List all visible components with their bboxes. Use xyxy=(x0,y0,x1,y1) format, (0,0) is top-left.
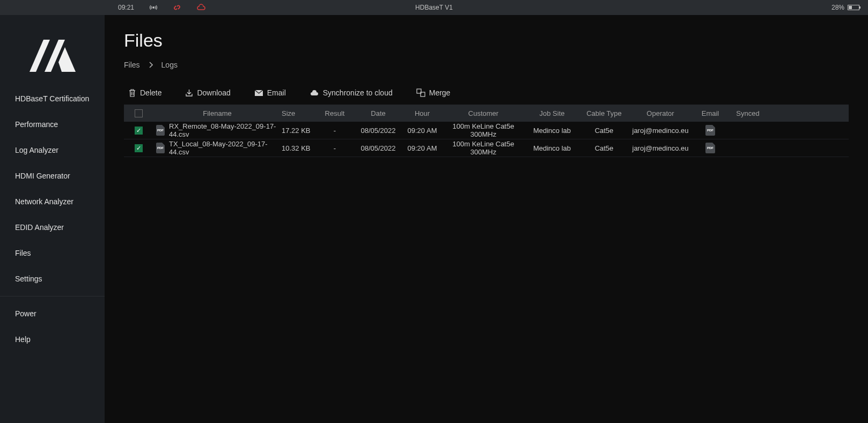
cell-result: - xyxy=(316,144,354,152)
row-checkbox[interactable] xyxy=(135,127,143,135)
svg-point-0 xyxy=(153,7,155,9)
sidebar-item-edid-analyzer[interactable]: EDID Analyzer xyxy=(0,214,105,240)
page-title: Files xyxy=(124,30,849,51)
delete-button[interactable]: Delete xyxy=(128,88,161,97)
cell-hour: 09:20 AM xyxy=(403,127,442,135)
cloud-sync-icon xyxy=(310,90,319,97)
signal-icon xyxy=(149,4,158,11)
sidebar-item-files[interactable]: Files xyxy=(0,240,105,266)
cell-filename: RX_Remote_08-May-2022_09-17-44.csv xyxy=(169,122,282,138)
chevron-right-icon xyxy=(149,62,153,68)
cell-size: 17.22 KB xyxy=(282,127,316,135)
th-synced[interactable]: Synced xyxy=(729,109,767,117)
th-jobsite[interactable]: Job Site xyxy=(525,109,579,117)
pdf-email-icon[interactable]: PDF xyxy=(705,143,715,153)
battery-icon xyxy=(848,5,859,10)
table-header: Filename Size Result Date Hour Customer … xyxy=(124,105,849,122)
breadcrumb-logs[interactable]: Logs xyxy=(161,61,178,69)
toolbar: Delete Download Email Synchronize to clo… xyxy=(124,88,849,97)
main-content: Files Files Logs Delete Download xyxy=(105,15,868,423)
sidebar-item-help[interactable]: Help xyxy=(0,326,105,352)
th-cabletype[interactable]: Cable Type xyxy=(579,109,629,117)
sidebar-item-performance[interactable]: Performance xyxy=(0,112,105,137)
th-result[interactable]: Result xyxy=(316,109,354,117)
sidebar: HDBaseT Certification Performance Log An… xyxy=(0,15,105,423)
cell-cabletype: Cat5e xyxy=(579,144,629,152)
th-operator[interactable]: Operator xyxy=(629,109,692,117)
cell-cabletype: Cat5e xyxy=(579,127,629,135)
th-customer[interactable]: Customer xyxy=(442,109,525,117)
cell-operator: jaroj@medinco.eu xyxy=(629,127,692,135)
cell-date: 08/05/2022 xyxy=(354,127,403,135)
download-icon xyxy=(185,88,193,97)
file-pdf-icon: PDF xyxy=(156,125,165,135)
cell-filename: TX_Local_08-May-2022_09-17-44.csv xyxy=(169,140,282,156)
cloud-icon xyxy=(196,4,206,11)
breadcrumb: Files Logs xyxy=(124,61,849,69)
cell-result: - xyxy=(316,127,354,135)
th-filename[interactable]: Filename xyxy=(153,109,282,117)
files-table: Filename Size Result Date Hour Customer … xyxy=(124,105,849,157)
email-label: Email xyxy=(267,88,286,97)
logo xyxy=(0,15,105,86)
th-email[interactable]: Email xyxy=(692,109,729,117)
table-row[interactable]: PDF TX_Local_08-May-2022_09-17-44.csv 10… xyxy=(124,139,849,157)
file-pdf-icon: PDF xyxy=(156,143,165,153)
statusbar: 09:21 HDBaseT V1 28% xyxy=(0,0,868,15)
th-hour[interactable]: Hour xyxy=(403,109,442,117)
merge-label: Merge xyxy=(429,88,451,97)
cell-customer: 100m KeLine Cat5e 300MHz xyxy=(442,140,525,156)
email-button[interactable]: Email xyxy=(254,88,286,97)
sidebar-item-log-analyzer[interactable]: Log Analyzer xyxy=(0,137,105,163)
table-row[interactable]: PDF RX_Remote_08-May-2022_09-17-44.csv 1… xyxy=(124,122,849,139)
statusbar-time: 09:21 xyxy=(118,4,134,11)
pdf-email-icon[interactable]: PDF xyxy=(705,125,715,136)
cell-jobsite: Medinco lab xyxy=(525,144,579,152)
cell-operator: jaroj@medinco.eu xyxy=(629,144,692,152)
sync-button[interactable]: Synchronize to cloud xyxy=(310,88,393,97)
sidebar-item-power[interactable]: Power xyxy=(0,301,105,326)
battery-percent: 28% xyxy=(832,4,844,11)
th-date[interactable]: Date xyxy=(354,109,403,117)
link-icon xyxy=(173,4,181,11)
sidebar-item-hdmi-generator[interactable]: HDMI Generator xyxy=(0,163,105,189)
cell-customer: 100m KeLine Cat5e 300MHz xyxy=(442,122,525,138)
row-checkbox[interactable] xyxy=(135,144,143,152)
merge-icon xyxy=(416,88,425,97)
breadcrumb-files[interactable]: Files xyxy=(124,61,140,69)
merge-button[interactable]: Merge xyxy=(416,88,451,97)
cell-size: 10.32 KB xyxy=(282,144,316,152)
statusbar-title: HDBaseT V1 xyxy=(415,4,453,11)
sidebar-item-settings[interactable]: Settings xyxy=(0,266,105,292)
delete-label: Delete xyxy=(140,88,161,97)
email-icon xyxy=(254,90,263,97)
cell-hour: 09:20 AM xyxy=(403,144,442,152)
sidebar-item-network-analyzer[interactable]: Network Analyzer xyxy=(0,189,105,214)
sidebar-item-hdbaset-certification[interactable]: HDBaseT Certification xyxy=(0,86,105,112)
download-button[interactable]: Download xyxy=(185,88,230,97)
cell-date: 08/05/2022 xyxy=(354,144,403,152)
th-size[interactable]: Size xyxy=(282,109,316,117)
cell-jobsite: Medinco lab xyxy=(525,127,579,135)
sync-label: Synchronize to cloud xyxy=(323,88,393,97)
nav-divider xyxy=(0,296,105,296)
nav-primary: HDBaseT Certification Performance Log An… xyxy=(0,86,105,352)
download-label: Download xyxy=(197,88,230,97)
select-all-checkbox[interactable] xyxy=(135,109,143,117)
trash-icon xyxy=(128,88,136,97)
